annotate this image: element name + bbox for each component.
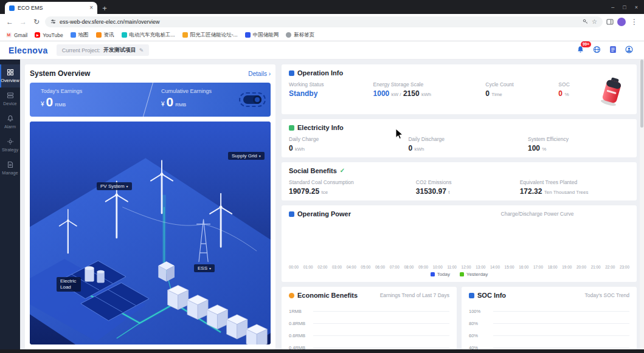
electricity-info-icon bbox=[289, 125, 294, 131]
reload-button[interactable]: ↻ bbox=[32, 18, 41, 26]
chevron-down-icon: ▾ bbox=[209, 266, 211, 270]
yesterday-swatch bbox=[460, 272, 464, 276]
operation-info-card: Operation Info Working Status Standby En… bbox=[282, 64, 637, 114]
earnings-chart[interactable]: 1RMB 0.8RMB 0.6RMB 0.4RMB bbox=[289, 305, 449, 349]
url-text: ess-web-dev.sfere-elec.cn/main/overview bbox=[60, 19, 579, 25]
browser-profile-avatar[interactable] bbox=[617, 18, 626, 26]
todays-earnings: Today's Earnings ¥ 0 RMB bbox=[30, 83, 150, 117]
power-chart-x-axis: 00:0001:0002:0003:0004:0005:0006:0007:00… bbox=[289, 265, 629, 269]
soc-chart[interactable]: 100% 80% 60% 40% bbox=[469, 305, 629, 349]
document-icon[interactable] bbox=[609, 45, 617, 56]
app-header: Elecnova Current Project: 开发测试项目 ✎ 99+ bbox=[0, 41, 644, 60]
energy-system-illustration: Supply Grid▾ PV System▾ ESS▾ Electric Lo… bbox=[30, 122, 271, 344]
sidebar-item-device[interactable]: Device bbox=[0, 87, 20, 111]
tab-close-icon[interactable]: × bbox=[89, 5, 93, 11]
today-swatch bbox=[431, 272, 435, 276]
cnesa-icon bbox=[245, 32, 251, 38]
bookmark-forum[interactable]: 阳光工匠储能论坛-... bbox=[182, 32, 238, 39]
operation-info-icon bbox=[289, 70, 294, 76]
scrollbar-thumb[interactable] bbox=[640, 60, 643, 128]
page-scrollbar[interactable] bbox=[640, 60, 644, 349]
password-key-icon[interactable] bbox=[583, 19, 588, 24]
stat-storage-scale: Energy Storage Scale 1000 kW / 2150 kWh bbox=[373, 81, 486, 98]
youtube-icon: ▸ bbox=[35, 32, 40, 38]
bookmark-cnesa[interactable]: 中国储能网 bbox=[245, 32, 279, 39]
bookmark-ev-charging[interactable]: 电动汽车充电桩工... bbox=[122, 32, 175, 39]
economic-benefits-card: Economic Benefits Earnings Trend of Last… bbox=[282, 287, 457, 349]
stat-trees-planted: Equivalent Trees Planted 172.32 Ten Thou… bbox=[520, 179, 629, 196]
device-icon bbox=[7, 92, 14, 99]
address-bar[interactable]: ess-web-dev.sfere-elec.cn/main/overview … bbox=[45, 16, 603, 27]
power-chart-plot[interactable] bbox=[289, 218, 629, 264]
stat-co2-emissions: CO2 Emissions 31530.97 t bbox=[416, 179, 520, 196]
notification-bell-icon[interactable]: 99+ bbox=[576, 45, 584, 56]
current-project-chip[interactable]: Current Project: 开发测试项目 ✎ bbox=[57, 44, 150, 56]
forward-button[interactable]: → bbox=[18, 18, 28, 26]
earnings-banner: Today's Earnings ¥ 0 RMB Cumulative Earn… bbox=[30, 83, 271, 117]
sidebar-item-alarm[interactable]: Alarm bbox=[0, 111, 20, 134]
app-body: Overview Device Alarm Strategy Manage bbox=[0, 60, 644, 349]
manage-doc-icon bbox=[7, 161, 14, 168]
stat-coal-consumption: Standard Coal Consumption 19079.25 tce bbox=[289, 179, 416, 196]
stat-system-efficiency: System Efficiency 100 % bbox=[528, 136, 629, 153]
edit-project-icon[interactable]: ✎ bbox=[139, 47, 144, 53]
bookmark-newtab-page[interactable]: 新标签页 bbox=[286, 32, 314, 39]
power-chart-legend: Today Yesterday bbox=[289, 272, 629, 277]
battery-illustration bbox=[598, 75, 629, 109]
notification-badge: 99+ bbox=[581, 41, 591, 48]
bookmark-star-icon[interactable]: ☆ bbox=[592, 18, 597, 25]
electric-load-label[interactable]: Electric Load bbox=[57, 277, 81, 292]
main-content: System Overview Details › Today's Earnin… bbox=[20, 60, 644, 349]
legend-today[interactable]: Today bbox=[431, 272, 450, 277]
pv-system-label[interactable]: PV System▾ bbox=[97, 182, 132, 190]
stat-daily-charge: Daily Charge 0 kWh bbox=[289, 136, 408, 153]
currency-symbol: ¥ bbox=[161, 101, 165, 108]
bookmark-youtube[interactable]: ▸YouTube bbox=[35, 32, 63, 38]
system-overview-title: System Overview bbox=[30, 69, 90, 78]
window-maximize-button[interactable]: □ bbox=[623, 4, 626, 10]
sidebar-item-manage[interactable]: Manage bbox=[0, 157, 20, 180]
help-globe-icon[interactable] bbox=[593, 45, 601, 56]
operating-power-icon bbox=[289, 211, 294, 217]
bookmark-news[interactable]: 资讯 bbox=[96, 32, 114, 39]
bookmark-gmail[interactable]: MGmail bbox=[6, 32, 27, 38]
window-minimize-button[interactable]: – bbox=[611, 4, 614, 10]
electricity-info-card: Electricity Info Daily Charge 0 kWh Dail… bbox=[282, 119, 637, 157]
ess-label[interactable]: ESS▾ bbox=[194, 264, 215, 272]
project-name: 开发测试项目 bbox=[103, 46, 136, 54]
news-icon bbox=[96, 32, 102, 38]
side-panel-icon[interactable] bbox=[606, 18, 614, 26]
tab-favicon-icon bbox=[9, 5, 15, 11]
overview-grid-icon bbox=[7, 69, 14, 76]
sidebar-item-overview[interactable]: Overview bbox=[0, 64, 20, 87]
site-info-icon[interactable] bbox=[50, 19, 56, 24]
window-close-button[interactable]: × bbox=[635, 4, 638, 10]
chevron-down-icon: ▾ bbox=[126, 184, 128, 188]
app-logo: Elecnova bbox=[9, 46, 48, 55]
sidebar-item-strategy[interactable]: Strategy bbox=[0, 134, 20, 157]
supply-grid-label[interactable]: Supply Grid▾ bbox=[228, 152, 265, 160]
strategy-gear-icon bbox=[7, 138, 14, 145]
details-link[interactable]: Details › bbox=[248, 70, 271, 77]
social-benefits-check-icon: ✓ bbox=[340, 168, 345, 174]
user-avatar-icon[interactable] bbox=[625, 45, 633, 56]
browser-toolbar: ← → ↻ ess-web-dev.sfere-elec.cn/main/ove… bbox=[0, 14, 644, 29]
browser-menu-icon[interactable]: ⋮ bbox=[629, 18, 639, 26]
newtab-page-icon bbox=[286, 32, 291, 38]
gmail-icon: M bbox=[6, 32, 12, 38]
new-tab-button[interactable]: + bbox=[97, 2, 112, 14]
browser-tab[interactable]: ECO EMS × bbox=[5, 2, 97, 14]
legend-yesterday[interactable]: Yesterday bbox=[460, 272, 488, 277]
bookmark-maps[interactable]: 地图 bbox=[71, 32, 89, 39]
todays-earnings-value: 0 bbox=[46, 95, 54, 109]
economic-benefits-icon bbox=[289, 293, 294, 298]
stat-working-status: Working Status Standby bbox=[289, 81, 373, 98]
header-actions: 99+ bbox=[576, 45, 635, 56]
stat-cycle-count: Cycle Count 0 Time bbox=[485, 81, 558, 98]
back-button[interactable]: ← bbox=[5, 18, 15, 26]
earnings-toggle[interactable] bbox=[243, 95, 261, 104]
stat-soc: SOC 0 % bbox=[558, 81, 598, 98]
cumulative-earnings-value: 0 bbox=[167, 95, 174, 109]
project-label: Current Project: bbox=[62, 47, 100, 53]
chart-subtitle: Charge/Discharge Power Curve bbox=[354, 211, 629, 217]
